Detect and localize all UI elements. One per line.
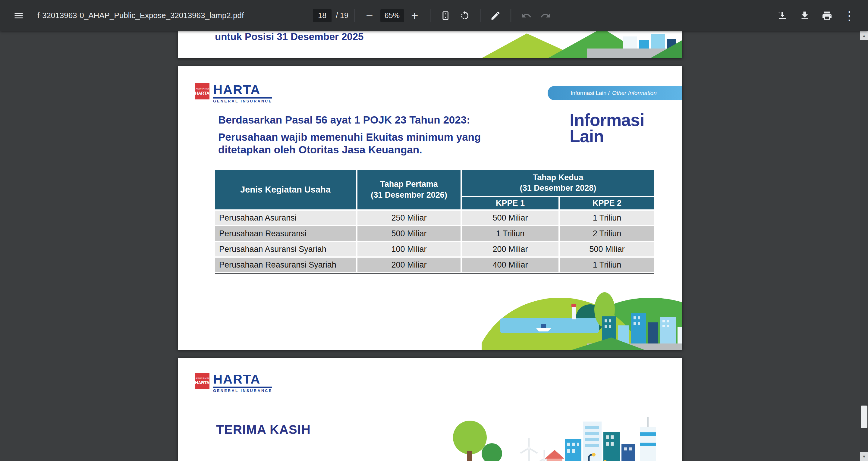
logo-mark-top-text: ASURANSI — [195, 87, 209, 90]
download-button[interactable] — [795, 6, 814, 25]
table-row: Perusahaan Reasuransi Syariah 200 Miliar… — [215, 257, 654, 272]
header-text: (31 Desember 2028) — [520, 183, 596, 193]
more-options-button[interactable]: ⋮ — [840, 6, 859, 25]
toolbar-left-group: f-32013963-0_AHAP_Public_Expose_32013963… — [9, 0, 244, 31]
toolbar-divider — [430, 9, 430, 22]
save-alt-icon — [777, 10, 788, 21]
table-header-tahap-kedua: Tahap Kedua (31 Desember 2028) — [462, 170, 654, 196]
header-text: Tahap Pertama — [380, 179, 438, 189]
more-vert-icon: ⋮ — [843, 10, 855, 22]
table-cell: 200 Miliar — [358, 257, 461, 272]
pdf-viewer: f-32013963-0_AHAP_Public_Expose_32013963… — [0, 0, 868, 461]
table-cell: 1 Triliun — [560, 257, 654, 272]
logo-subtitle-text: GENERAL INSURANCE — [213, 99, 272, 103]
heading-line-2: Perusahaan wajib memenuhi Ekuitas minimu… — [218, 131, 481, 144]
toolbar-center-group: / 19 − 65% + — [313, 0, 555, 31]
zoom-in-button[interactable]: + — [405, 6, 424, 25]
table-cell: 500 Miliar — [358, 226, 461, 241]
table-row: Perusahaan Asuransi 250 Miliar 500 Milia… — [215, 211, 654, 225]
section-title-line-1: Informasi — [569, 112, 644, 128]
heading-line-1: Berdasarkan Pasal 56 ayat 1 POJK 23 Tahu… — [218, 114, 481, 127]
equity-requirements-table: Jenis Kegiatan Usaha Tahap Pertama (31 D… — [215, 170, 654, 274]
header-text: (31 Desember 2026) — [371, 190, 447, 201]
city-hill-illustration — [447, 403, 682, 461]
fit-to-page-button[interactable] — [436, 6, 455, 25]
document-filename: f-32013963-0_AHAP_Public_Expose_32013963… — [37, 11, 244, 20]
toolbar-divider — [354, 9, 354, 22]
scroll-up-icon: ▲ — [862, 33, 866, 38]
save-alt-button[interactable] — [773, 6, 792, 25]
logo-name-text: HARTA — [213, 373, 272, 386]
pdf-page-18: ASURANSI HARTA HARTA GENERAL INSURANCE I… — [178, 66, 682, 350]
logo-mark-top-text: ASURANSI — [195, 377, 209, 380]
vertical-scrollbar[interactable]: ▲ ▼ — [860, 31, 868, 461]
table-header-tahap-kedua-group: Tahap Kedua (31 Desember 2028) KPPE 1 KP… — [462, 170, 654, 209]
harta-logo-mark: ASURANSI HARTA — [195, 83, 210, 99]
table-cell: 500 Miliar — [560, 242, 654, 256]
heading-line-3: ditetapkan oleh Otoritas Jasa Keuangan. — [218, 144, 481, 156]
section-title-line-2: Lain — [569, 128, 644, 144]
rotate-button[interactable] — [455, 6, 474, 25]
harta-logo-wordmark: HARTA GENERAL INSURANCE — [213, 83, 272, 103]
logo-mark-main-text: HARTA — [195, 91, 210, 95]
banner-label-english: Other Information — [612, 90, 657, 96]
fit-to-page-icon — [440, 10, 451, 21]
logo-name-text: HARTA — [213, 83, 272, 96]
print-icon — [822, 10, 832, 21]
zoom-in-icon: + — [411, 10, 418, 22]
toolbar-right-group: ⋮ — [773, 0, 859, 31]
redo-icon — [540, 10, 551, 21]
table-cell: Perusahaan Asuransi — [215, 211, 356, 225]
pen-icon — [490, 10, 501, 21]
scroll-down-icon: ▼ — [862, 454, 866, 459]
rotate-counterclockwise-icon — [459, 10, 470, 21]
prev-page-heading: untuk Posisi 31 Desember 2025 — [215, 31, 364, 42]
header-text: Tahap Kedua — [533, 172, 584, 183]
table-bottom-rule — [215, 273, 654, 274]
redo-button[interactable] — [536, 6, 555, 25]
table-cell: 250 Miliar — [358, 211, 461, 225]
menu-button[interactable] — [9, 6, 28, 25]
pdf-page-19: ASURANSI HARTA HARTA GENERAL INSURANCE T… — [178, 358, 682, 461]
logo-subtitle-text: GENERAL INSURANCE — [213, 389, 272, 393]
scrollbar-thumb[interactable] — [861, 405, 867, 428]
pdf-page-17: untuk Posisi 31 Desember 2025 — [178, 31, 682, 58]
table-cell: Perusahaan Reasuransi — [215, 226, 356, 241]
pdf-toolbar: f-32013963-0_AHAP_Public_Expose_32013963… — [0, 0, 868, 31]
download-icon — [799, 10, 810, 21]
table-header-kppe2: KPPE 2 — [560, 197, 654, 209]
scrollbar-up-button[interactable]: ▲ — [860, 31, 868, 40]
table-header-tahap-pertama: Tahap Pertama (31 Desember 2026) — [358, 170, 461, 209]
landscape-illustration — [482, 280, 682, 350]
section-banner: Informasi Lain / Other Information — [548, 86, 682, 100]
print-button[interactable] — [817, 6, 837, 25]
page-total-label: / 19 — [336, 11, 348, 20]
hamburger-menu-icon — [13, 10, 24, 21]
table-subheader-row: KPPE 1 KPPE 2 — [462, 197, 654, 209]
table-row: Perusahaan Reasuransi 500 Miliar 1 Trili… — [215, 226, 654, 241]
scrollbar-down-button[interactable]: ▼ — [860, 452, 868, 461]
undo-button[interactable] — [517, 6, 536, 25]
slide-heading: Berdasarkan Pasal 56 ayat 1 POJK 23 Tahu… — [218, 114, 481, 156]
page-number-input[interactable] — [313, 9, 332, 22]
table-cell: 200 Miliar — [462, 242, 558, 256]
zoom-level-field[interactable]: 65% — [380, 9, 404, 22]
section-title: Informasi Lain — [569, 112, 644, 144]
zoom-out-button[interactable]: − — [360, 6, 379, 25]
zoom-out-icon: − — [366, 10, 373, 22]
logo-mark-main-text: HARTA — [195, 380, 210, 385]
table-cell: 100 Miliar — [358, 242, 461, 256]
annotate-button[interactable] — [486, 6, 505, 25]
pdf-content-area: untuk Posisi 31 Desember 2025 ASURANSI H… — [0, 31, 860, 461]
landscape-illustration-partial — [482, 31, 682, 58]
table-cell: Perusahaan Reasuransi Syariah — [215, 257, 356, 272]
table-cell: Perusahaan Asuransi Syariah — [215, 242, 356, 256]
harta-logo-mark: ASURANSI HARTA — [195, 373, 210, 389]
harta-logo: ASURANSI HARTA HARTA GENERAL INSURANCE — [195, 373, 272, 393]
table-header-kppe1: KPPE 1 — [462, 197, 558, 209]
harta-logo-wordmark: HARTA GENERAL INSURANCE — [213, 373, 272, 393]
banner-label: Informasi Lain / — [570, 90, 610, 96]
table-cell: 2 Triliun — [560, 226, 654, 241]
logo-underline — [213, 97, 272, 98]
table-row: Perusahaan Asuransi Syariah 100 Miliar 2… — [215, 242, 654, 256]
